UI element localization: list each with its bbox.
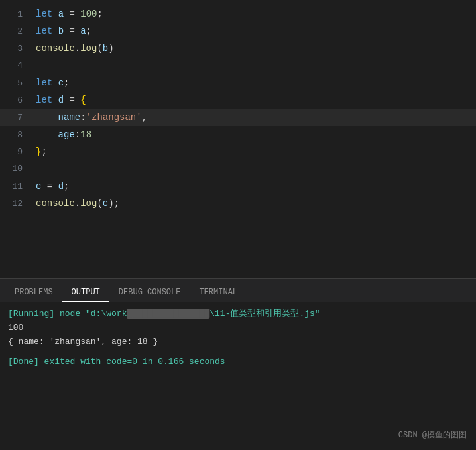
line-content-3: console.log(b) (33, 40, 476, 57)
line-content-7: name:'zhangsan', (33, 109, 476, 126)
code-line-6[interactable]: 6 let d = { (0, 91, 476, 109)
code-line-9[interactable]: 9 }; (0, 143, 476, 160)
line-number-3: 3 (0, 40, 33, 58)
code-line-3[interactable]: 3 console.log(b) (0, 40, 476, 57)
line-content-8: age:18 (33, 126, 476, 143)
code-line-12[interactable]: 12 console.log(c); (0, 195, 476, 212)
code-line-5[interactable]: 5 let c; (0, 74, 476, 91)
bottom-panel: PROBLEMS OUTPUT DEBUG CONSOLE TERMINAL [… (0, 278, 476, 450)
output-done-line: [Done] exited with code=0 in 0.166 secon… (8, 355, 468, 369)
line-content-12: console.log(c); (33, 195, 476, 212)
code-line-8[interactable]: 8 age:18 (0, 126, 476, 143)
line-number-6: 6 (0, 92, 33, 109)
code-editor[interactable]: 1 let a = 100; 2 let b = a; 3 console.lo… (0, 0, 476, 217)
line-content-1: let a = 100; (33, 5, 476, 23)
line-content-6: let d = { (33, 91, 476, 109)
tab-problems[interactable]: PROBLEMS (5, 284, 62, 302)
tab-terminal[interactable]: TERMINAL (190, 284, 247, 302)
output-line-2: { name: 'zhangsan', age: 18 } (8, 335, 468, 349)
panel-tabs: PROBLEMS OUTPUT DEBUG CONSOLE TERMINAL (0, 279, 476, 302)
line-number-10: 10 (0, 160, 33, 178)
line-number-11: 11 (0, 178, 33, 196)
line-content-2: let b = a; (33, 23, 476, 40)
line-content-5: let c; (33, 74, 476, 91)
watermark: CSDN @摸鱼的图图 (398, 429, 467, 442)
line-number-8: 8 (0, 127, 33, 144)
line-number-12: 12 (0, 196, 33, 213)
line-number-5: 5 (0, 75, 33, 92)
output-empty (8, 349, 468, 355)
line-number-2: 2 (0, 23, 33, 40)
code-line-7[interactable]: 7 name:'zhangsan', (0, 109, 476, 126)
line-content-11: c = d; (33, 178, 476, 195)
line-number-7: 7 (0, 109, 33, 127)
code-line-2[interactable]: 2 let b = a; (0, 23, 476, 40)
line-content-9: }; (33, 143, 476, 160)
line-number-4: 4 (0, 57, 33, 74)
tab-output[interactable]: OUTPUT (62, 284, 109, 302)
tab-debug-console[interactable]: DEBUG CONSOLE (109, 284, 190, 302)
editor-area: 1 let a = 100; 2 let b = a; 3 console.lo… (0, 0, 476, 278)
output-running-line: [Running] node "d:\work████████████████\… (8, 308, 468, 321)
code-line-10: 10 (0, 160, 476, 178)
code-line-1[interactable]: 1 let a = 100; (0, 5, 476, 23)
code-line-4: 4 (0, 57, 476, 74)
code-line-11[interactable]: 11 c = d; (0, 178, 476, 195)
output-line-1: 100 (8, 321, 468, 335)
line-number-9: 9 (0, 144, 33, 161)
panel-content: [Running] node "d:\work████████████████\… (0, 302, 476, 450)
line-number-1: 1 (0, 6, 33, 23)
